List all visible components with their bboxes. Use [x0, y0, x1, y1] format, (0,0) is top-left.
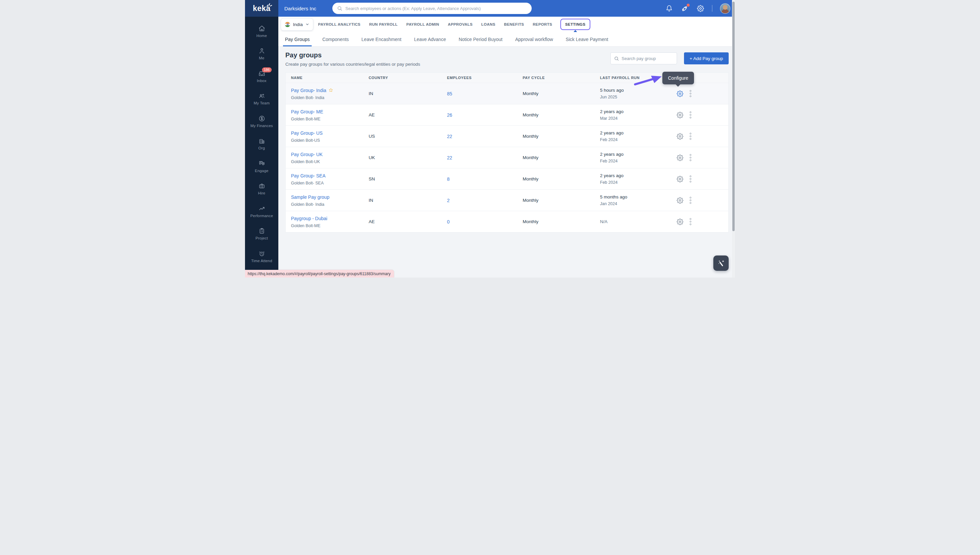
keka-logo[interactable]: keka — [245, 0, 278, 17]
configure-gear-button[interactable] — [677, 218, 683, 225]
subtab-components[interactable]: Components — [322, 32, 349, 47]
tab-approvals[interactable]: APPROVALS — [447, 19, 473, 30]
row-menu-button[interactable] — [689, 153, 692, 162]
subtab-pay-groups[interactable]: Pay Groups — [285, 32, 310, 47]
sidebar-item-my-finances[interactable]: My Finances — [245, 110, 278, 133]
last-run-month: Jan 2024 — [600, 201, 677, 206]
notification-dot — [687, 4, 690, 7]
user-avatar[interactable] — [720, 3, 730, 14]
employees-link[interactable]: 2 — [447, 198, 523, 203]
employees-link[interactable]: 85 — [447, 91, 523, 96]
chat-icon — [258, 160, 265, 167]
subtab-notice-period-buyout[interactable]: Notice Period Buyout — [459, 32, 503, 47]
assistant-fab-button[interactable] — [713, 255, 729, 271]
configure-gear-button[interactable] — [677, 197, 683, 204]
last-run: 2 years ago — [600, 173, 677, 178]
legal-entity: Golden Bolt-ME — [291, 117, 369, 121]
legal-entity: Golden Bolt-ME — [291, 223, 369, 228]
pay-group-link[interactable]: Pay Group- ME — [291, 109, 323, 114]
settings-button[interactable] — [696, 4, 704, 12]
configure-gear-button[interactable] — [677, 112, 683, 119]
notifications-button[interactable] — [665, 4, 673, 12]
employees-link[interactable]: 22 — [447, 155, 523, 160]
favorite-star-icon[interactable] — [328, 88, 333, 93]
tab-benefits[interactable]: BENEFITS — [504, 19, 525, 30]
sidebar-item-my-team[interactable]: My Team — [245, 88, 278, 111]
sidebar-item-me[interactable]: Me — [245, 43, 278, 66]
sidebar-item-org[interactable]: Org — [245, 133, 278, 156]
country-cell: SN — [369, 176, 447, 181]
country-cell: IN — [369, 91, 447, 96]
settings-subnav: Pay Groups Components Leave Encashment L… — [278, 32, 735, 47]
browser-status-url: https://thq.kekademo.com/#/payroll/payro… — [245, 270, 394, 278]
pay-group-link[interactable]: Pay Group- US — [291, 130, 323, 136]
employees-link[interactable]: 8 — [447, 176, 523, 182]
country-cell: US — [369, 134, 447, 139]
configure-gear-button[interactable] — [677, 90, 683, 97]
global-search-input[interactable] — [345, 6, 527, 11]
sidebar-item-time-attend[interactable]: Time Attend — [245, 245, 278, 268]
employees-link[interactable]: 26 — [447, 112, 523, 118]
tab-run-payroll[interactable]: RUN PAYROLL — [368, 19, 398, 30]
country-selector[interactable]: India — [281, 18, 313, 30]
sidebar-item-project[interactable]: Project — [245, 223, 278, 245]
sidebar-item-inbox[interactable]: 186 Inbox — [245, 65, 278, 88]
row-menu-button[interactable] — [689, 217, 692, 226]
pay-group-link[interactable]: Pay Group- India — [291, 88, 333, 93]
subtab-approval-workflow[interactable]: Approval workflow — [515, 32, 553, 47]
tab-payroll-admin[interactable]: PAYROLL ADMIN — [406, 19, 440, 30]
sidebar-item-engage[interactable]: Engage — [245, 155, 278, 178]
tab-loans[interactable]: LOANS — [481, 19, 496, 30]
subtab-leave-encashment[interactable]: Leave Encashment — [361, 32, 401, 47]
pay-cycle-cell: Monthly — [523, 155, 600, 160]
pay-group-link[interactable]: Pay Group- SEA — [291, 173, 326, 178]
gear-icon — [697, 5, 704, 12]
employees-link[interactable]: 22 — [447, 134, 523, 139]
last-run: 2 years ago — [600, 130, 677, 135]
pay-group-search[interactable] — [610, 52, 677, 64]
row-menu-button[interactable] — [689, 111, 692, 119]
pay-group-link[interactable]: Paygroup - Dubai — [291, 216, 327, 221]
pay-cycle-cell: Monthly — [523, 91, 600, 96]
tab-payroll-analytics[interactable]: PAYROLL ANALYTICS — [317, 19, 361, 30]
legal-entity: Golden Bolt-US — [291, 138, 369, 143]
whats-new-button[interactable] — [681, 4, 689, 12]
tab-reports[interactable]: REPORTS — [532, 19, 553, 30]
search-icon — [337, 6, 342, 11]
row-menu-button[interactable] — [689, 196, 692, 204]
add-pay-group-button[interactable]: + Add Pay group — [684, 52, 729, 64]
page-scrollbar[interactable] — [732, 0, 735, 278]
row-menu-button[interactable] — [689, 89, 692, 98]
logo-spark-icon — [266, 2, 272, 7]
last-run: 5 months ago — [600, 194, 677, 199]
tab-settings[interactable]: SETTINGS — [560, 19, 591, 30]
configure-gear-button[interactable] — [677, 176, 683, 183]
row-menu-button[interactable] — [689, 132, 692, 140]
sidebar-item-hire[interactable]: Hire — [245, 178, 278, 201]
dollar-circle-icon — [258, 115, 265, 122]
page-subtitle: Create pay groups for various countries/… — [285, 62, 420, 67]
legal-entity: Golden Bolt- India — [291, 95, 369, 100]
last-run: 2 years ago — [600, 109, 677, 114]
global-search[interactable] — [333, 3, 532, 14]
employees-link[interactable]: 0 — [447, 219, 523, 225]
configure-gear-button[interactable] — [677, 133, 683, 140]
bell-icon — [666, 5, 673, 12]
pay-group-link[interactable]: Pay Group- UK — [291, 152, 323, 157]
divider — [712, 5, 712, 12]
magic-wand-icon — [717, 259, 725, 267]
country-cell: IN — [369, 198, 447, 203]
legal-entity: Golden Bolt- SEA — [291, 181, 369, 185]
sidebar-item-home[interactable]: Home — [245, 20, 278, 43]
clipboard-icon — [258, 228, 265, 234]
scrollbar-thumb[interactable] — [732, 2, 735, 231]
pay-group-link[interactable]: Sample Pay group — [291, 194, 329, 200]
configure-gear-button[interactable] — [677, 154, 683, 161]
row-menu-button[interactable] — [689, 175, 692, 183]
pay-group-search-input[interactable] — [622, 56, 673, 61]
table-row: Paygroup - Dubai Golden Bolt-ME AE 0 Mon… — [286, 211, 728, 232]
briefcase-icon — [258, 183, 265, 189]
subtab-sick-leave-payment[interactable]: Sick Leave Payment — [566, 32, 608, 47]
sidebar-item-performance[interactable]: Performance — [245, 200, 278, 223]
subtab-leave-advance[interactable]: Leave Advance — [414, 32, 446, 47]
